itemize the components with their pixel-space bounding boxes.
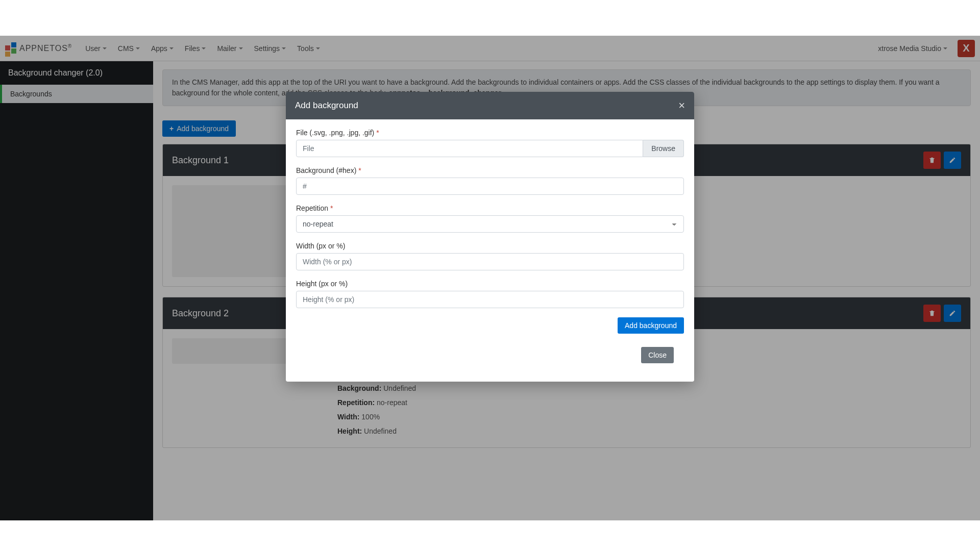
file-input[interactable] [296, 140, 643, 157]
repetition-label: Repetition * [296, 204, 684, 212]
close-icon[interactable]: × [678, 99, 685, 112]
file-label: File (.svg, .png, .jpg, .gif) * [296, 129, 684, 137]
add-background-modal: Add background × File (.svg, .png, .jpg,… [286, 92, 694, 382]
background-hex-input[interactable] [296, 178, 684, 195]
height-input[interactable] [296, 291, 684, 308]
close-button[interactable]: Close [641, 347, 674, 363]
browse-button[interactable]: Browse [643, 140, 684, 157]
background-hex-label: Background (#hex) * [296, 166, 684, 174]
width-label: Width (px or %) [296, 242, 684, 250]
repetition-select[interactable]: no-repeat [296, 215, 684, 233]
width-input[interactable] [296, 253, 684, 270]
modal-title: Add background [295, 101, 358, 111]
height-label: Height (px or %) [296, 280, 684, 288]
submit-button[interactable]: Add background [618, 317, 684, 334]
